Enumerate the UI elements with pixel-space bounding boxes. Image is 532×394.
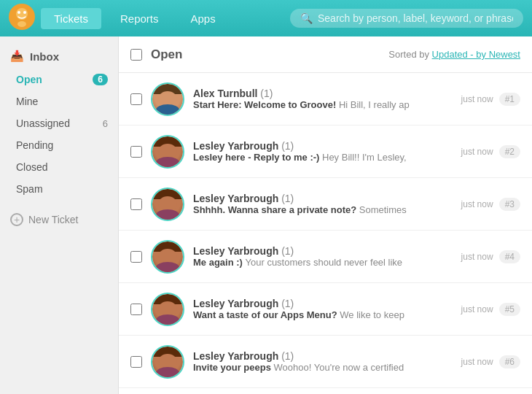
svg-point-2	[17, 11, 20, 14]
ticket-content: Alex Turnbull (1) Start Here: Welcome to…	[193, 88, 453, 110]
new-ticket-label: New Ticket	[28, 214, 78, 225]
new-ticket-button[interactable]: + New Ticket	[0, 206, 118, 233]
ticket-checkbox[interactable]	[130, 251, 142, 263]
ticket-subject: Me again :) Your customers should never …	[193, 257, 453, 268]
sort-link[interactable]: Updated - by Newest	[432, 49, 520, 60]
select-all-checkbox[interactable]	[130, 49, 142, 61]
ticket-time: just now	[461, 304, 493, 314]
ticket-time: just now	[461, 147, 493, 157]
ticket-subject: Start Here: Welcome to Groove! Hi Bill, …	[193, 99, 453, 110]
sidebar-item-unassigned-label: Unassigned	[16, 117, 70, 129]
ticket-number: #6	[499, 355, 520, 368]
ticket-count: (1)	[281, 140, 294, 152]
ticket-checkbox[interactable]	[130, 198, 142, 210]
ticket-content: Lesley Yarbrough (1) Invite your peeps W…	[193, 350, 453, 373]
ticket-number: #5	[499, 303, 520, 316]
avatar	[151, 345, 184, 379]
ticket-number: #2	[499, 145, 520, 158]
ticket-time: just now	[461, 94, 493, 104]
ticket-row[interactable]: Alex Turnbull (1) Start Here: Welcome to…	[119, 73, 532, 125]
ticket-row[interactable]: Lesley Yarbrough (1) Want a taste of our…	[119, 283, 532, 336]
ticket-meta: just now #3	[461, 198, 520, 211]
sidebar-item-open[interactable]: Open 6	[0, 69, 118, 90]
ticket-time: just now	[461, 199, 493, 209]
logo	[9, 4, 35, 33]
sort-label: Sorted by Updated - by Newest	[388, 49, 520, 60]
ticket-count: (1)	[260, 88, 273, 99]
ticket-count: (1)	[281, 245, 294, 257]
ticket-time: just now	[461, 357, 493, 367]
ticket-count: (1)	[281, 193, 294, 204]
main-layout: 📥 Inbox Open 6 Mine Unassigned 6 Pending…	[0, 36, 532, 394]
ticket-preview: We like to keep	[340, 309, 404, 320]
sidebar-item-spam[interactable]: Spam	[0, 178, 118, 200]
ticket-subject: Shhhh. Wanna share a private note? Somet…	[193, 204, 453, 215]
avatar	[151, 135, 184, 169]
ticket-number: #1	[499, 93, 520, 106]
ticket-meta: just now #5	[461, 303, 520, 316]
apps-nav-button[interactable]: Apps	[177, 8, 228, 29]
ticket-count: (1)	[281, 298, 294, 309]
ticket-sender: Lesley Yarbrough (1)	[193, 245, 453, 257]
sidebar-item-spam-label: Spam	[16, 183, 43, 195]
avatar	[151, 188, 184, 221]
ticket-checkbox[interactable]	[130, 304, 142, 315]
ticket-row[interactable]: Lesley Yarbrough (1) Invite your peeps W…	[119, 336, 532, 388]
search-icon: 🔍	[300, 12, 313, 24]
avatar	[151, 240, 184, 274]
sidebar-item-open-label: Open	[16, 74, 42, 85]
sidebar-item-closed[interactable]: Closed	[0, 156, 118, 178]
ticket-preview: Hi Bill, I really ap	[339, 99, 410, 110]
ticket-sender: Lesley Yarbrough (1)	[193, 140, 453, 152]
ticket-preview: Woohoo! You're now a certified	[274, 362, 404, 373]
ticket-sender: Lesley Yarbrough (1)	[193, 298, 453, 309]
ticket-subject: Invite your peeps Woohoo! You're now a c…	[193, 362, 453, 373]
section-title: Open	[151, 47, 182, 62]
ticket-sender: Lesley Yarbrough (1)	[193, 193, 453, 204]
ticket-row[interactable]: Lesley Yarbrough (1) Shhhh. Wanna share …	[119, 178, 532, 231]
sidebar-item-pending[interactable]: Pending	[0, 134, 118, 156]
ticket-meta: just now #6	[461, 355, 520, 368]
sidebar-inbox-section: 📥 Inbox	[0, 44, 118, 69]
ticket-time: just now	[461, 252, 493, 262]
ticket-content: Lesley Yarbrough (1) Want a taste of our…	[193, 298, 453, 320]
open-badge: 6	[93, 74, 108, 85]
ticket-number: #3	[499, 198, 520, 211]
ticket-preview: Hey Bill!! I'm Lesley,	[322, 152, 407, 163]
ticket-sender: Alex Turnbull (1)	[193, 88, 453, 99]
plus-circle-icon: +	[10, 213, 23, 226]
ticket-row[interactable]: Lesley Yarbrough (1) Me again :) Your cu…	[119, 231, 532, 283]
ticket-checkbox[interactable]	[130, 146, 142, 158]
ticket-meta: just now #2	[461, 145, 520, 158]
tickets-nav-button[interactable]: Tickets	[41, 8, 101, 29]
search-input[interactable]	[318, 12, 513, 24]
ticket-subject: Lesley here - Reply to me :-) Hey Bill!!…	[193, 152, 453, 163]
inbox-icon: 📥	[10, 50, 24, 63]
ticket-row[interactable]: Lesley Yarbrough (1) Lesley here - Reply…	[119, 125, 532, 178]
sidebar-item-unassigned[interactable]: Unassigned 6	[0, 112, 118, 134]
ticket-meta: just now #1	[461, 93, 520, 106]
ticket-subject: Want a taste of our Apps Menu? We like t…	[193, 309, 453, 320]
inbox-label: Inbox	[30, 50, 59, 63]
ticket-content: Lesley Yarbrough (1) Lesley here - Reply…	[193, 140, 453, 163]
avatar	[151, 82, 184, 116]
ticket-list: Alex Turnbull (1) Start Here: Welcome to…	[119, 73, 532, 388]
ticket-checkbox[interactable]	[130, 93, 142, 105]
search-bar[interactable]: 🔍	[290, 9, 523, 28]
unassigned-count: 6	[103, 118, 108, 129]
svg-point-4	[17, 21, 26, 27]
svg-point-3	[23, 11, 26, 14]
sidebar-item-closed-label: Closed	[16, 161, 48, 173]
reports-nav-button[interactable]: Reports	[107, 8, 172, 29]
sidebar-item-mine-label: Mine	[16, 96, 38, 107]
ticket-meta: just now #4	[461, 250, 520, 263]
ticket-preview: Your customers should never feel like	[246, 257, 403, 268]
ticket-checkbox[interactable]	[130, 356, 142, 368]
ticket-content: Lesley Yarbrough (1) Shhhh. Wanna share …	[193, 193, 453, 215]
sidebar-item-pending-label: Pending	[16, 139, 53, 151]
main-header: Open Sorted by Updated - by Newest	[119, 36, 532, 73]
ticket-count: (1)	[281, 350, 294, 362]
sidebar-item-mine[interactable]: Mine	[0, 90, 118, 112]
avatar	[151, 293, 184, 326]
ticket-number: #4	[499, 250, 520, 263]
